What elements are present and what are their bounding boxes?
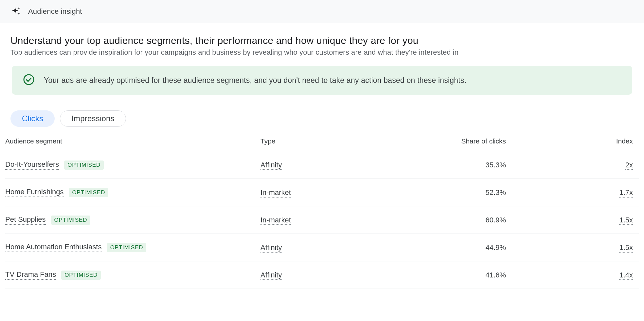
type-value[interactable]: In-market (260, 216, 291, 225)
cell-share: 35.3% (385, 161, 506, 169)
optimised-badge: OPTIMISED (69, 188, 109, 197)
col-header-index: Index (506, 137, 639, 145)
metric-tabs: Clicks Impressions (10, 110, 634, 127)
tab-impressions[interactable]: Impressions (60, 110, 126, 127)
optimised-badge: OPTIMISED (64, 160, 104, 170)
cell-segment: Pet SuppliesOPTIMISED (5, 215, 260, 225)
optimised-badge: OPTIMISED (51, 216, 91, 225)
audience-table: Audience segment Type Share of clicks In… (5, 134, 639, 289)
segment-name[interactable]: Home Automation Enthusiasts (5, 243, 102, 252)
table-row: Home FurnishingsOPTIMISEDIn-market52.3%1… (5, 179, 639, 206)
cell-index: 2x (506, 161, 639, 169)
cell-segment: Do-It-YourselfersOPTIMISED (5, 160, 260, 170)
optimised-badge: OPTIMISED (61, 271, 101, 280)
col-header-segment: Audience segment (5, 137, 260, 145)
main-content: Understand your top audience segments, t… (0, 23, 644, 289)
cell-segment: Home FurnishingsOPTIMISED (5, 188, 260, 197)
segment-name[interactable]: Home Furnishings (5, 188, 64, 197)
headline: Understand your top audience segments, t… (10, 35, 634, 46)
type-value[interactable]: Affinity (260, 271, 282, 280)
cell-type: Affinity (260, 243, 385, 252)
cell-type: In-market (260, 216, 385, 224)
cell-share: 44.9% (385, 243, 506, 252)
cell-type: Affinity (260, 271, 385, 279)
index-value[interactable]: 1.5x (619, 216, 633, 225)
cell-share: 52.3% (385, 188, 506, 197)
optimised-badge: OPTIMISED (107, 243, 147, 252)
col-header-share: Share of clicks (385, 137, 506, 145)
type-value[interactable]: In-market (260, 188, 291, 198)
info-banner-text: Your ads are already optimised for these… (44, 76, 466, 85)
col-header-type: Type (260, 137, 385, 145)
cell-segment: TV Drama FansOPTIMISED (5, 270, 260, 280)
svg-point-0 (24, 75, 34, 85)
table-row: Home Automation EnthusiastsOPTIMISEDAffi… (5, 234, 639, 261)
sparkle-icon (10, 6, 22, 17)
index-value[interactable]: 1.5x (619, 243, 633, 253)
index-value[interactable]: 1.4x (619, 271, 633, 280)
subheadline: Top audiences can provide inspiration fo… (10, 48, 634, 57)
page-header-title: Audience insight (28, 7, 82, 16)
page-header: Audience insight (0, 0, 644, 23)
cell-type: In-market (260, 188, 385, 197)
info-banner: Your ads are already optimised for these… (12, 66, 632, 95)
cell-index: 1.5x (506, 243, 639, 252)
segment-name[interactable]: TV Drama Fans (5, 270, 56, 280)
cell-segment: Home Automation EnthusiastsOPTIMISED (5, 243, 260, 252)
table-row: Pet SuppliesOPTIMISEDIn-market60.9%1.5x (5, 206, 639, 234)
check-circle-icon (23, 74, 35, 87)
cell-index: 1.5x (506, 216, 639, 224)
type-value[interactable]: Affinity (260, 161, 282, 170)
cell-index: 1.7x (506, 188, 639, 197)
table-header-row: Audience segment Type Share of clicks In… (5, 134, 639, 151)
cell-share: 41.6% (385, 271, 506, 279)
index-value[interactable]: 2x (625, 161, 633, 170)
index-value[interactable]: 1.7x (619, 188, 633, 198)
table-row: Do-It-YourselfersOPTIMISEDAffinity35.3%2… (5, 151, 639, 179)
segment-name[interactable]: Do-It-Yourselfers (5, 160, 59, 170)
segment-name[interactable]: Pet Supplies (5, 215, 46, 225)
type-value[interactable]: Affinity (260, 243, 282, 253)
cell-type: Affinity (260, 161, 385, 169)
table-row: TV Drama FansOPTIMISEDAffinity41.6%1.4x (5, 261, 639, 289)
cell-share: 60.9% (385, 216, 506, 224)
tab-clicks[interactable]: Clicks (10, 110, 55, 127)
cell-index: 1.4x (506, 271, 639, 279)
